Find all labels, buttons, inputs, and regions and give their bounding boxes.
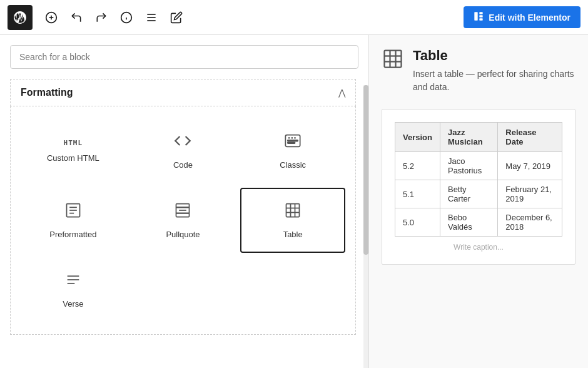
- preview-table: Version Jazz Musician Release Date 5.2 J…: [395, 122, 562, 237]
- cell-date-2: December 6, 2018: [498, 208, 562, 237]
- cell-musician-0: Jaco Pastorius: [440, 152, 497, 180]
- table-caption: Write caption...: [395, 243, 562, 252]
- list-view-button[interactable]: [140, 6, 163, 29]
- table-preview: Version Jazz Musician Release Date 5.2 J…: [382, 109, 575, 265]
- cell-date-1: February 21, 2019: [498, 180, 562, 208]
- edit-button[interactable]: [165, 6, 188, 29]
- block-label-code: Code: [173, 160, 193, 170]
- table-row: 5.1 Betty Carter February 21, 2019: [395, 180, 562, 208]
- add-block-button[interactable]: [40, 6, 63, 29]
- edit-elementor-button[interactable]: Edit with Elementor: [464, 6, 580, 28]
- block-item-code[interactable]: Code: [131, 119, 236, 183]
- edit-elementor-label: Edit with Elementor: [489, 13, 570, 23]
- code-icon: [174, 132, 191, 154]
- col-header-jazz-musician: Jazz Musician: [440, 123, 497, 152]
- col-header-release-date: Release Date: [498, 123, 562, 152]
- block-item-custom-html[interactable]: HTML Custom HTML: [21, 119, 126, 183]
- formatting-section-header[interactable]: Formatting ⋀: [10, 79, 356, 106]
- block-search-input[interactable]: [10, 45, 358, 69]
- block-label-pullquote: Pullquote: [166, 230, 200, 239]
- cell-musician-1: Betty Carter: [440, 180, 497, 208]
- block-description: Insert a table — perfect for sharing cha…: [413, 68, 575, 94]
- main-area: Formatting ⋀ HTML Custom HTML: [0, 35, 588, 368]
- elementor-icon: [474, 11, 484, 23]
- block-label-custom-html: Custom HTML: [47, 153, 99, 163]
- block-info-panel: Table Insert a table — perfect for shari…: [369, 35, 588, 368]
- toolbar: Edit with Elementor: [0, 0, 588, 35]
- svg-rect-11: [480, 15, 483, 17]
- cell-date-0: May 7, 2019: [498, 152, 562, 180]
- block-item-table[interactable]: Table: [240, 188, 345, 253]
- table-row: 5.0 Bebo Valdés December 6, 2018: [395, 208, 562, 237]
- col-header-version: Version: [395, 123, 440, 152]
- chevron-up-icon: ⋀: [338, 88, 345, 98]
- svg-rect-10: [480, 12, 483, 14]
- table-info: Table Insert a table — perfect for shari…: [382, 48, 575, 94]
- cell-version-0: 5.2: [395, 152, 440, 180]
- svg-rect-18: [288, 142, 295, 143]
- classic-icon: [284, 132, 302, 154]
- scroll-track[interactable]: [363, 85, 368, 368]
- svg-rect-35: [385, 51, 402, 68]
- cell-version-1: 5.1: [395, 180, 440, 208]
- redo-button[interactable]: [90, 6, 113, 29]
- block-label-classic: Classic: [280, 160, 306, 170]
- blocks-grid: HTML Custom HTML Code: [10, 106, 356, 335]
- block-item-verse[interactable]: Verse: [21, 258, 126, 322]
- block-item-classic[interactable]: Classic: [240, 119, 345, 183]
- block-label-preformatted: Preformatted: [49, 230, 96, 239]
- table-row: 5.2 Jaco Pastorius May 7, 2019: [395, 152, 562, 180]
- custom-html-icon: HTML: [64, 139, 83, 147]
- preformatted-icon: [64, 202, 82, 223]
- block-label-verse: Verse: [63, 299, 83, 309]
- svg-rect-17: [288, 140, 298, 141]
- svg-rect-27: [286, 204, 300, 217]
- scroll-thumb[interactable]: [363, 85, 368, 255]
- pullquote-icon: [174, 202, 191, 223]
- table-info-icon: [382, 48, 404, 74]
- info-button[interactable]: [115, 6, 138, 29]
- block-item-preformatted[interactable]: Preformatted: [21, 188, 126, 253]
- wp-logo: [8, 5, 33, 30]
- block-item-pullquote[interactable]: Pullquote: [131, 188, 236, 253]
- verse-icon: [64, 271, 82, 293]
- block-label-table: Table: [283, 230, 303, 239]
- blocks-panel: Formatting ⋀ HTML Custom HTML: [10, 79, 358, 368]
- block-inserter-panel: Formatting ⋀ HTML Custom HTML: [0, 35, 369, 368]
- undo-button[interactable]: [65, 6, 88, 29]
- svg-rect-9: [475, 12, 478, 20]
- block-title: Table: [413, 48, 575, 64]
- table-info-text: Table Insert a table — perfect for shari…: [413, 48, 575, 94]
- table-icon: [284, 202, 302, 223]
- section-title: Formatting: [21, 87, 73, 98]
- cell-version-2: 5.0: [395, 208, 440, 237]
- cell-musician-2: Bebo Valdés: [440, 208, 497, 237]
- svg-rect-12: [480, 18, 483, 20]
